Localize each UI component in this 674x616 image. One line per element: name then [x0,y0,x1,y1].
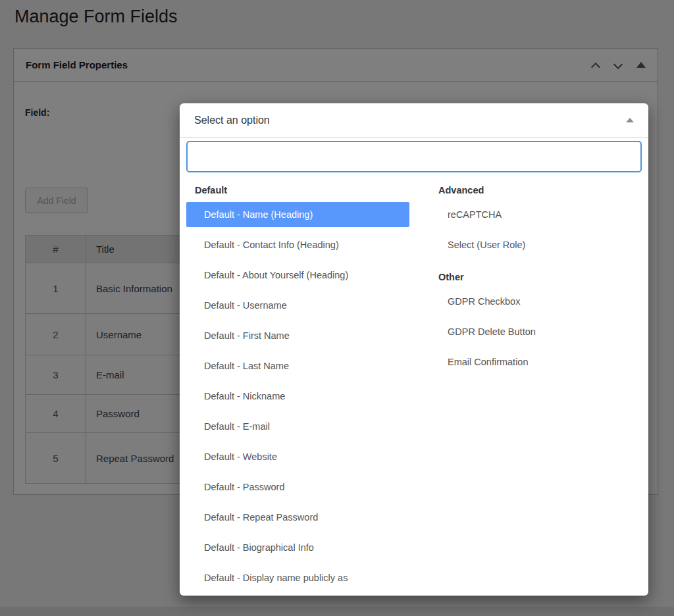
field-select-dropdown: Select an option Default Default - Name … [180,103,648,596]
option-item[interactable]: GDPR Delete Button [430,317,642,347]
dropdown-header-label: Select an option [194,115,270,126]
option-item[interactable]: Default - Display name publicly as [186,563,409,593]
options-column-right: Advanced reCAPTCHA Select (User Role) Ot… [430,181,642,593]
option-item[interactable]: Default - About Yourself (Heading) [186,260,409,290]
group-label-other: Other [430,268,642,286]
option-item[interactable]: Email Confirmation [430,347,642,377]
option-item[interactable]: Default - Username [186,290,409,321]
option-item[interactable]: Default - Contact Info (Heading) [186,230,409,260]
option-item[interactable]: Default - Name (Heading) [186,202,409,227]
dropdown-search-input[interactable] [186,141,642,172]
option-item[interactable]: Default - Last Name [186,351,409,381]
option-item[interactable]: Default - Website [186,442,409,472]
option-item[interactable]: Default - E-mail [186,411,409,442]
triangle-up-icon[interactable] [626,118,634,122]
options-column-left: Default Default - Name (Heading) Default… [186,181,409,593]
dropdown-options: Default Default - Name (Heading) Default… [186,181,642,593]
group-label-default: Default [186,181,409,199]
option-item[interactable]: Default - Nickname [186,381,409,411]
option-item[interactable]: Select (User Role) [430,230,642,260]
option-item[interactable]: GDPR Checkbox [430,286,642,317]
group-label-advanced: Advanced [430,181,642,199]
option-item[interactable]: Default - First Name [186,321,409,351]
option-item[interactable]: Default - Repeat Password [186,502,409,532]
dropdown-header[interactable]: Select an option [180,103,648,138]
option-item[interactable]: reCAPTCHA [430,199,642,230]
option-item[interactable]: Default - Biographical Info [186,532,409,563]
option-item[interactable]: Default - Password [186,472,409,502]
